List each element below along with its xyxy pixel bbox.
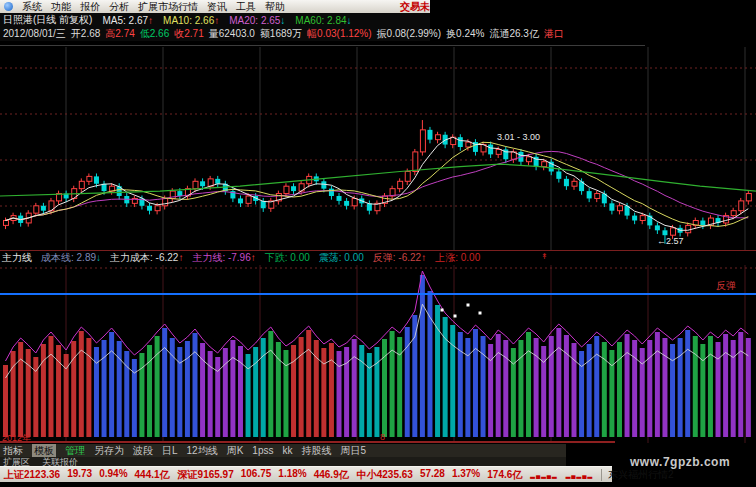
ma5-value: MA5: 2.67↑ xyxy=(102,15,153,26)
sz-index-value: 深证9165.97 xyxy=(178,468,234,482)
rebound-value: 反弹: -6.22↑ xyxy=(373,251,426,265)
open-value: 开2.68 xyxy=(71,27,100,41)
red-arrow-marker: ↟ xyxy=(541,252,548,261)
ma10-value: MA10: 2.66↑ xyxy=(163,15,219,26)
rebound-line-label: 反弹 xyxy=(716,279,736,293)
ohlc-info-row: 2012/08/01/三 开2.68 高2.74 低2.66 收2.71 量62… xyxy=(0,27,430,41)
tab-wave[interactable]: 波段 xyxy=(133,444,153,458)
ma20-value: MA20: 2.65↓ xyxy=(229,15,285,26)
indicator-tab-bar: 指标 模板 管理 另存为 波段 日L 12均线 周K 1pss kk 持股线 周… xyxy=(0,444,566,457)
sme-index-value: 中小4235.63 xyxy=(357,468,413,482)
menu-item-quotes[interactable]: 报价 xyxy=(80,0,100,13)
menu-item-system[interactable]: 系统 xyxy=(22,0,42,13)
tab-save-as[interactable]: 另存为 xyxy=(94,444,124,458)
volume-value: 量62403.0 xyxy=(209,27,255,41)
sme-index-pct: 1.37% xyxy=(452,468,480,482)
app-logo-icon xyxy=(4,2,13,11)
quote-server-button[interactable]: 东兴福州行情2 xyxy=(601,469,674,481)
tab-1pss[interactable]: 1pss xyxy=(252,445,273,456)
down-arrow-icon: ↓ xyxy=(347,15,352,26)
turnover-value: 换0.24% xyxy=(446,27,484,41)
indicator-title[interactable]: 主力线 xyxy=(2,251,32,265)
sme-index-change: 57.28 xyxy=(420,468,445,482)
amount-value: 额1689万 xyxy=(260,27,302,41)
menu-item-help[interactable]: 帮助 xyxy=(265,0,285,13)
status-bar: 上证2123.36 19.73 0.94% 444.1亿 深证9165.97 1… xyxy=(0,466,612,482)
up-arrow-icon: ↑ xyxy=(148,15,153,26)
menu-item-extended-market[interactable]: 扩展市场行情 xyxy=(138,0,198,13)
tab-kk[interactable]: kk xyxy=(282,445,292,456)
close-value: 收2.71 xyxy=(174,27,203,41)
chart-top-divider xyxy=(0,45,645,46)
up-arrow-icon: ↑ xyxy=(251,252,256,263)
rise-value: 上涨: 0.00 xyxy=(435,251,480,265)
sh-index-value: 上证2123.36 xyxy=(4,468,60,482)
costline-value: 成本线: 2.89↓ xyxy=(41,251,101,265)
tab-weekday5[interactable]: 周日5 xyxy=(340,444,366,458)
decline-value: 下跌: 0.00 xyxy=(265,251,310,265)
menu-item-analysis[interactable]: 分析 xyxy=(109,0,129,13)
menu-item-tools[interactable]: 工具 xyxy=(236,0,256,13)
sme-index-amount: 174.6亿 xyxy=(487,468,522,482)
price-high-annotation: 3.01 - 3.00 xyxy=(497,132,540,142)
sh-index-group[interactable]: 上证2123.36 19.73 0.94% 444.1亿 xyxy=(4,468,170,482)
main-line-value: 主力线: -7.96↑ xyxy=(192,251,255,265)
tab-holding-line[interactable]: 持股线 xyxy=(301,444,331,458)
indicator-histogram-chart[interactable] xyxy=(0,265,756,443)
ma60-value: MA60: 2.84↓ xyxy=(295,15,351,26)
up-arrow-icon: ↑ xyxy=(421,252,426,263)
low-value: 低2.66 xyxy=(140,27,169,41)
chart-title-row: 日照港(日线 前复权) MA5: 2.67↑ MA10: 2.66↑ MA20:… xyxy=(0,13,430,27)
trade-status-text: 交易未 xyxy=(400,0,430,13)
sh-index-amount: 444.1亿 xyxy=(135,468,170,482)
sz-index-group[interactable]: 深证9165.97 106.75 1.18% 446.9亿 xyxy=(178,468,349,482)
indicator-header: 主力线 成本线: 2.89↓ 主力成本: -6.22↑ 主力线: -7.96↑ … xyxy=(0,251,756,265)
menu-bar: 系统 功能 报价 分析 扩展市场行情 资讯 工具 帮助 交易未 xyxy=(0,0,430,13)
down-arrow-icon: ↓ xyxy=(280,15,285,26)
stock-title: 日照港(日线 前复权) xyxy=(3,13,92,27)
main-cost-value: 主力成本: -6.22↑ xyxy=(110,251,183,265)
high-value: 高2.74 xyxy=(105,27,134,41)
candlestick-chart[interactable] xyxy=(0,47,756,250)
signal-bars-icon: ▂▄▂▄▂ xyxy=(530,471,557,478)
sector-tag[interactable]: 港口 xyxy=(544,27,564,41)
menu-item-news[interactable]: 资讯 xyxy=(207,0,227,13)
tab-weekly-k[interactable]: 周K xyxy=(227,444,244,458)
sme-index-group[interactable]: 中小4235.63 57.28 1.37% 174.6亿 xyxy=(357,468,523,482)
float-shares-value: 流通26.3亿 xyxy=(489,27,538,41)
date-value: 2012/08/01/三 xyxy=(3,27,66,41)
change-value: 幅0.03(1.12%) xyxy=(307,27,371,41)
sz-index-amount: 446.9亿 xyxy=(314,468,349,482)
sz-index-change: 106.75 xyxy=(241,468,272,482)
price-low-annotation: ←2.57 xyxy=(657,236,684,246)
amplitude-value: 振0.08(2.99%) xyxy=(377,27,441,41)
tab-daily-l[interactable]: 日L xyxy=(162,444,178,458)
up-arrow-icon: ↑ xyxy=(178,252,183,263)
up-arrow-icon: ↑ xyxy=(214,15,219,26)
sh-index-pct: 0.94% xyxy=(99,468,127,482)
down-arrow-icon: ↓ xyxy=(96,252,101,263)
menu-item-function[interactable]: 功能 xyxy=(51,0,71,13)
trading-app-window: { "app": { "menu_items": ["系统","功能","报价"… xyxy=(0,0,756,487)
watermark-text: www.7gpzb.com xyxy=(630,455,730,469)
tab-ma12[interactable]: 12均线 xyxy=(187,444,218,458)
sz-index-pct: 1.18% xyxy=(278,468,306,482)
sh-index-change: 19.73 xyxy=(67,468,92,482)
oscillation-value: 震荡: 0.00 xyxy=(319,251,364,265)
signal-bars-icon: ▂▄▂▄▂ xyxy=(566,471,593,478)
